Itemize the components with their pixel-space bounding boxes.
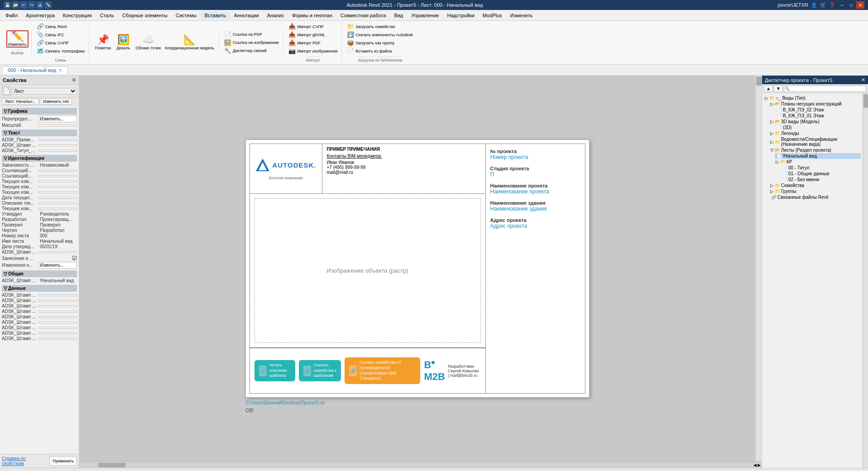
app-icon-print[interactable]: 🖨 [36, 1, 43, 9]
maximize-button[interactable]: □ [847, 1, 855, 9]
menu-systems[interactable]: Системы [172, 12, 200, 19]
sheet-selector-button[interactable]: Лист: Начальн... [2, 98, 39, 105]
tree-item-sheets[interactable]: ▽ 📂 Листы (Раздел проекта) [769, 147, 861, 153]
menu-annotations[interactable]: Аннотации [230, 12, 263, 19]
app-icon-open[interactable]: 📂 [12, 1, 19, 9]
tree-item-sheet-01[interactable]: 📄 01 - Общие данные [780, 171, 861, 177]
text-prop-value-0[interactable] [38, 139, 77, 141]
id-prop-value-6[interactable] [38, 197, 77, 199]
graphics-prop-value-0[interactable]: Изменить... [38, 115, 77, 122]
tree-item-floor2[interactable]: 📄 В_КЖ_ПЭ_02 Этаж [775, 107, 861, 113]
modify-tool[interactable]: ✏️ Изменить [6, 30, 29, 48]
doc-tab-close[interactable]: ✕ [58, 68, 62, 73]
menu-modplus[interactable]: ModPlus [479, 12, 506, 19]
text-prop-value-1[interactable] [38, 144, 77, 146]
help-icon[interactable]: ❓ [829, 2, 835, 8]
right-panel-scrollbar[interactable] [863, 93, 868, 468]
menu-analysis[interactable]: Анализ [264, 12, 288, 19]
menu-file[interactable]: Файл [2, 12, 21, 19]
menu-manage[interactable]: Управление [408, 12, 442, 19]
app-icon-undo[interactable]: ↩ [20, 1, 27, 9]
insert-file-tool[interactable]: 📄 Вставить из файла [345, 47, 414, 55]
download-autodesk-tool[interactable]: ⬇️ Скачать компоненты Autodesk [345, 31, 414, 38]
id-prop-value-18[interactable]: Изменить... [38, 262, 77, 269]
id-prop-value-5[interactable] [38, 192, 77, 193]
identification-section-header[interactable]: ▽ Идентификация [2, 155, 77, 162]
graphics-section-header[interactable]: ▽ Графика [2, 108, 77, 115]
tree-item-initial-view[interactable]: 📄 !Начальный вид [775, 153, 861, 159]
download-manufacturers-button[interactable]: 🔗 Скачать семейства от производителей (с… [345, 357, 420, 384]
tree-item-groups[interactable]: ▷ 📁 Группы [769, 188, 861, 194]
menu-addins[interactable]: Надстройки [443, 12, 478, 19]
nav-next[interactable]: ▶ [758, 463, 761, 467]
link-ifc-tool[interactable]: 📎 Связь IFC [35, 31, 86, 38]
id-prop-value-1[interactable] [38, 170, 77, 172]
text-prop-value-2[interactable] [38, 150, 77, 152]
tree-item-floor1[interactable]: 📄 В_КЖ_ПЭ_01 Этаж [775, 113, 861, 119]
menu-construction[interactable]: Конструкция [59, 12, 96, 19]
app-icon-save[interactable]: 💾 [4, 1, 11, 9]
tree-item-linked-files[interactable]: 🔗 Связанные файлы Revit [769, 194, 861, 200]
graphics-prop-value-1[interactable] [38, 125, 77, 126]
id-prop-value-3[interactable] [38, 181, 77, 183]
download-families-button[interactable]: 🔗 Скачать семейства к шаблонам [299, 360, 341, 381]
doc-tab-000[interactable]: 000 - Начальный вид ✕ [2, 66, 68, 74]
id-prop-checkbox-17[interactable]: ☑ [72, 255, 77, 261]
tree-item-3d-views[interactable]: ▷ 📂 3D виды (Модель) [769, 119, 861, 125]
id-prop-value-4[interactable] [38, 186, 77, 188]
tree-item-legends[interactable]: ▷ 📁 Легенды [769, 130, 861, 136]
id-prop-value-7[interactable] [38, 202, 77, 204]
app-icon-measure[interactable]: 📏 [44, 1, 52, 9]
import-sapr-tool[interactable]: 📥 Импорт САПР [287, 23, 339, 30]
id-prop-value-2[interactable] [38, 175, 77, 177]
canvas-area[interactable]: AUTODESK. Логотип компании ПРИМЕР ПРИМЕЧ… [79, 76, 755, 461]
cloud-tool[interactable]: ☁️ Облако точек [134, 34, 163, 51]
tree-item-families[interactable]: ▷ 📁 Семейства [769, 183, 861, 188]
menu-precast[interactable]: Сборные элементы [119, 12, 171, 19]
vertical-scrollbar[interactable] [755, 76, 762, 461]
nav-down-button[interactable]: ▼ [774, 85, 783, 92]
import-pdf-tool[interactable]: 📥 Импорт PDF [287, 39, 339, 47]
apply-button[interactable]: Применить [49, 456, 77, 466]
nav-prev[interactable]: ◀ [753, 463, 757, 467]
menu-architecture[interactable]: Архитектура [22, 12, 58, 19]
v-scroll-thumb[interactable] [756, 77, 762, 86]
user-icon[interactable]: 👤 [811, 2, 817, 8]
help-link[interactable]: Справка по свойствам [2, 456, 48, 466]
dispatcher-tool[interactable]: 🔧 Диспетчер связей [223, 47, 280, 55]
coord-model-tool[interactable]: 📐 Координационная модель [163, 34, 216, 51]
right-panel-close[interactable]: ✕ [861, 77, 865, 83]
cart-icon[interactable]: 🛒 [820, 2, 826, 8]
import-image-tool[interactable]: 📷 Импорт изображения [287, 47, 339, 55]
menu-steel[interactable]: Сталь [96, 12, 118, 19]
read-description-button[interactable]: 🔗 Читать описание шаблона [254, 360, 295, 381]
horizontal-scrollbar[interactable]: ◀ ▶ [79, 461, 762, 468]
tree-item-3d[interactable]: 📄 (3D) [775, 125, 861, 130]
nav-up-button[interactable]: ▲ [764, 85, 773, 92]
link-sapr-tool[interactable]: 🔗 Связь САПР [35, 39, 86, 47]
data-section-header[interactable]: ▽ Данные [2, 285, 77, 292]
import-gbxml-tool[interactable]: 📥 Импорт gbXML [287, 31, 339, 38]
change-type-button[interactable]: Изменить тип [40, 98, 72, 105]
tree-item-kr[interactable]: ▷ 📁 КР [775, 159, 861, 165]
h-scroll-thumb[interactable] [98, 463, 125, 467]
menu-insert[interactable]: Вставить [201, 12, 230, 19]
properties-close-button[interactable]: ✕ [72, 77, 76, 83]
tree-item-views[interactable]: ▷ 📁 ○_ Виды (Тип) [764, 95, 861, 101]
decole-tool[interactable]: 🖼️ Декаль [113, 34, 133, 51]
menu-modify[interactable]: Изменить [507, 12, 537, 19]
tree-item-sheet-00[interactable]: 📄 00 - Титул [780, 165, 861, 171]
search-input[interactable] [784, 86, 866, 92]
menu-forms[interactable]: Формы и генплан [288, 12, 336, 19]
menu-view[interactable]: Вид [390, 12, 407, 19]
text-section-header[interactable]: ▽ Текст [2, 130, 77, 136]
load-group-tool[interactable]: 📦 Загрузить как группу [345, 39, 414, 47]
link-pdf-tool[interactable]: 📄 Ссылка на PDF [223, 31, 280, 38]
id-prop-value-8[interactable] [38, 208, 77, 210]
menu-collaboration[interactable]: Совместная работа [337, 12, 390, 19]
link-topology-tool[interactable]: 🗺️ Связать топографию [35, 47, 86, 55]
tree-item-sheet-02[interactable]: 📄 02 - Без имени [780, 177, 861, 183]
type-dropdown[interactable]: Лист [12, 88, 77, 95]
link-revit-tool[interactable]: 🔗 Связь Revit [35, 23, 86, 30]
app-icon-redo[interactable]: ↪ [28, 1, 35, 9]
